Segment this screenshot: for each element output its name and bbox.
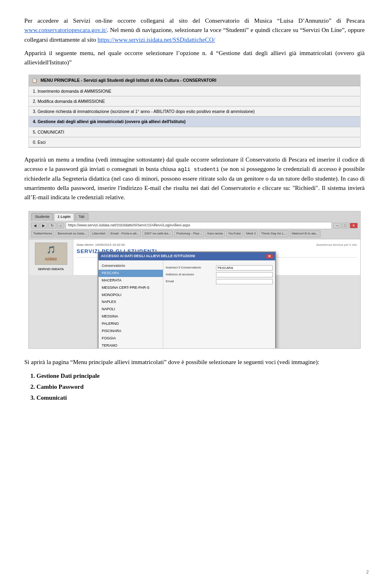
toolbar-item7[interactable]: Karo iamia (205, 230, 225, 237)
modal-list-item-palermo[interactable]: PALERNO (98, 320, 163, 328)
browser-toolbar-row: Twitter/Home Benvenuti su Isida... Liber… (31, 230, 358, 237)
menu-icon: 📋 (32, 77, 37, 83)
list-item-1: Gestione Dati principale (36, 371, 365, 381)
modal-right-section: Inserisci il Conservatorio Indirizzo di … (163, 260, 275, 349)
intro-paragraph-1: Per accedere ai Servizi on-line occorre … (24, 16, 365, 45)
modal-title-bar: ACCESSO AI DATI DEGLI ALLIEVI DELLE ISTI… (98, 252, 275, 260)
menu-item-exit-text: 0. Esci (33, 140, 46, 145)
browser-close-button[interactable]: ✕ (350, 223, 358, 228)
modal-action-row-2: Indirizzo di accesso (166, 272, 273, 277)
toolbar-item5[interactable]: 2007 ne-setti-les... (142, 230, 173, 237)
browser-tab-2[interactable]: 1 Lopin (54, 213, 74, 221)
browser-refresh-button[interactable]: ↻ (48, 223, 56, 228)
menu-item-4-text: 4. Gestione dati degli allievi già immat… (33, 119, 186, 124)
modal-body: Conservatorio PESCARA MACERATA MESSINA C… (98, 260, 275, 349)
modal-list-item-naples[interactable]: NAPLES (98, 298, 163, 306)
toolbar-item9[interactable]: Medi 2 (244, 230, 258, 237)
modal-action-label-2: Indirizzo di accesso (166, 272, 214, 277)
list-item-2: Cambio Password (36, 382, 365, 392)
modal-action-label-3: Email (166, 279, 214, 284)
after-menu-paragraph: Apparirà un menu a tendina (vedi immagin… (24, 155, 365, 202)
link-isidata[interactable]: https://www.servizi.isidata.net/SSDidatt… (98, 36, 215, 43)
modal-list-item-monopoli[interactable]: MONOPOLI (98, 292, 163, 299)
menu-screenshot: 📋 MENU PRINCIPALE - Servizi agli Student… (28, 75, 361, 148)
intro-text-end: Apparirà il seguente menu, nel quale occ… (24, 50, 207, 56)
menu-item-1[interactable]: 1. Inserimento domanda di AMMISSIONE (29, 86, 360, 96)
modal-action-row-3: Email (166, 279, 273, 284)
final-paragraph-text: Si aprirà la pagina “Menu principale all… (24, 359, 319, 365)
browser-home-button[interactable]: ⌂ (57, 223, 64, 228)
modal-list-item-piscinara[interactable]: PISCINARA (98, 328, 163, 335)
browser-screenshot: Studente 1 Lopin Tab ◀ ▶ ↻ ⌂ https://www… (28, 211, 361, 349)
page-date: Data riferim: 19/05/2015 19:32:00 (77, 243, 357, 247)
menu-item-2-text: 2. Modifica domanda di AMMISSIONE (33, 99, 105, 104)
modal-list-item-messina[interactable]: MESSINA CERT-PRE-PAR-S (98, 284, 163, 292)
modal-list-item-pescara[interactable]: PESCARA (98, 270, 163, 277)
toolbar-item6[interactable]: Portomay - Piaz... (174, 230, 204, 237)
modal-action-row-1: Inserisci il Conservatorio (166, 265, 273, 271)
modal-list-item-macerata[interactable]: MACERATA (98, 277, 163, 284)
modal-actions-area: Inserisci il Conservatorio Indirizzo di … (166, 265, 273, 284)
browser-tab-1[interactable]: Studente (31, 213, 53, 221)
menu-item-1-text: 1. Inserimento domanda di AMMISSIONE (33, 89, 111, 94)
modal-list-item-messina2[interactable]: MESSINA (98, 313, 163, 320)
menu-item-3[interactable]: 3. Gestione richiesta di immatricolazion… (29, 107, 360, 117)
menu-item-2[interactable]: 2. Modifica domanda di AMMISSIONE (29, 96, 360, 107)
final-paragraph: Si aprirà la pagina “Menu principale all… (24, 358, 365, 367)
site-logo: 🎵 isidata (35, 243, 67, 265)
modal-email-input[interactable] (216, 279, 273, 284)
modal-accesso-input[interactable] (216, 272, 273, 277)
modal-list-item-napoli[interactable]: NAPOLI (98, 306, 163, 313)
browser-chrome: Studente 1 Lopin Tab ◀ ▶ ↻ ⌂ https://www… (29, 211, 360, 239)
after-menu-code: agli studenti (178, 166, 219, 173)
toolbar-item11[interactable]: Walmort B to ala... (290, 230, 321, 237)
browser-tab-3[interactable]: Tab (75, 213, 88, 221)
modal-close-button[interactable]: ✕ (266, 254, 273, 258)
toolbar-twitterhome[interactable]: Twitter/Home (31, 230, 54, 237)
browser-address-bar[interactable]: https://www.servizi.isidata.net/SSDidatt… (66, 222, 332, 229)
menu-item-5-text: 5. COMUNICATI (33, 130, 64, 134)
modal-list-item-teramo[interactable]: TERAMO (98, 342, 163, 349)
modal-title-text: ACCESSO AI DATI DEGLI ALLIEVI DELLE ISTI… (101, 254, 195, 259)
toolbar-item3[interactable]: Liberotist (90, 230, 107, 237)
modal-list-item-foggia[interactable]: FOGGIA (98, 335, 163, 342)
browser-tabs-row: Studente 1 Lopin Tab (31, 213, 358, 221)
sidebar-label: SERVIZI ISIDATA (38, 267, 64, 272)
modal-conservatorio-input[interactable] (216, 265, 273, 271)
browser-maximize-button[interactable]: □ (342, 223, 349, 228)
list-item-3: Comunicati (36, 393, 365, 403)
menu-title-text: MENU PRINCIPALE - Servizi agli Studenti … (41, 77, 216, 83)
menu-item-exit[interactable]: 0. Esci (29, 137, 360, 147)
numbered-list: Gestione Dati principale Cambio Password… (36, 371, 365, 403)
modal-conservatorio-list: Conservatorio PESCARA MACERATA MESSINA C… (98, 260, 163, 349)
support-text: Assistenza tecnica per il sito (316, 243, 357, 247)
intro-text-start: Per accedere ai Servizi on-line occorre … (24, 17, 365, 24)
modal-action-label-1: Inserisci il Conservatorio (166, 265, 214, 270)
menu-item-5[interactable]: 5. COMUNICATI (29, 127, 360, 137)
toolbar-item8[interactable]: YouTube (226, 230, 243, 237)
browser-window-controls: ─ □ ✕ (333, 223, 358, 228)
page-sidebar: 🎵 isidata SERVIZI ISIDATA (29, 239, 73, 275)
modal-conservatorio-label: Conservatorio (98, 262, 163, 270)
browser-back-button[interactable]: ◀ (31, 223, 39, 228)
browser-minimize-button[interactable]: ─ (333, 223, 341, 228)
toolbar-item4[interactable]: Email - Porta e-ati... (109, 230, 141, 237)
menu-item-4[interactable]: 4. Gestione dati degli allievi già immat… (29, 117, 360, 127)
toolbar-item10[interactable]: Thicle Day for L... (259, 230, 289, 237)
modal-dialog: ACCESSO AI DATI DEGLI ALLIEVI DELLE ISTI… (98, 251, 276, 349)
toolbar-item2[interactable]: Benvenuti su Isida... (56, 230, 89, 237)
intro-paragraph-2: Apparirà il seguente menu, nel quale occ… (24, 49, 365, 68)
browser-forward-button[interactable]: ▶ (40, 223, 47, 228)
browser-address-row: ◀ ▶ ↻ ⌂ https://www.servizi.isidata.net/… (31, 222, 358, 229)
page-content-area: 🎵 isidata SERVIZI ISIDATA Assistenza tec… (29, 239, 360, 275)
browser-nav-buttons: ◀ ▶ ↻ ⌂ (31, 223, 64, 228)
menu-item-3-text: 3. Gestione richiesta di immatricolazion… (33, 109, 255, 114)
page-main-content: Assistenza tecnica per il sito Data rife… (73, 239, 360, 275)
menu-title-bar: 📋 MENU PRINCIPALE - Servizi agli Student… (29, 75, 360, 86)
link-conservatorio[interactable]: www.conservatoriopescara.gov.it/ (24, 27, 107, 33)
logo-text: isidata (45, 256, 57, 262)
